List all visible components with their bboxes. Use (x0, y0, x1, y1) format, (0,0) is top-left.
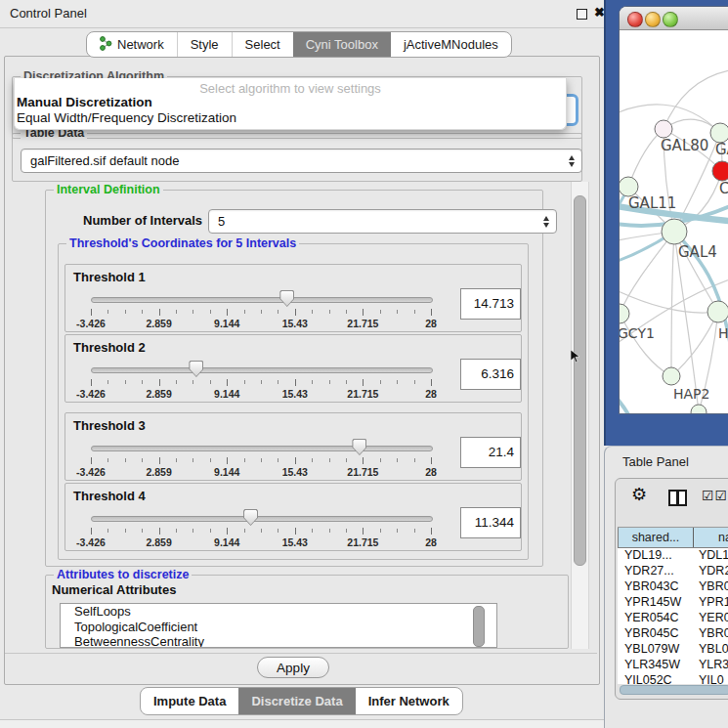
cell-shared-name[interactable]: YLR345W (624, 657, 680, 672)
tab-network[interactable]: Network (87, 32, 177, 57)
network-node[interactable] (620, 304, 629, 323)
table-row[interactable]: YIL052CYIL0 (618, 672, 728, 684)
attributes-list[interactable]: SelfLoops TopologicalCoefficient Between… (60, 603, 497, 648)
cell-shared-name[interactable]: YIL052C (624, 672, 672, 684)
network-node[interactable] (712, 161, 728, 181)
list-item[interactable]: BetweennessCentrality (61, 634, 496, 648)
slider-handle[interactable] (279, 290, 294, 307)
threshold-2-value-field[interactable]: 6.316 (460, 359, 521, 390)
tab-impute-data[interactable]: Impute Data (141, 688, 238, 714)
slider-track[interactable] (91, 297, 433, 303)
table-data-combo[interactable]: galFiltered.sif default node (21, 149, 582, 173)
tab-cyni-toolbox[interactable]: Cyni Toolbox (293, 32, 391, 57)
cell-name[interactable]: YPR1 (699, 594, 728, 610)
slider-handle[interactable] (352, 439, 366, 455)
gear-icon[interactable]: ⚙ (631, 484, 647, 505)
table-row[interactable]: YBR043CYBR0 (618, 578, 728, 594)
table-data-group: Table Data galFiltered.sif default node (12, 133, 582, 182)
table-row[interactable]: YDR27...YDR2 (618, 563, 728, 578)
threshold-3-panel: Threshold 3 -3.4262.8599.14415.4321.7152… (64, 412, 522, 481)
cell-shared-name[interactable]: YDL19... (624, 547, 672, 563)
threshold-coordinates-group: Threshold's Coordinates for 5 Intervals … (58, 243, 529, 560)
group-title: Threshold's Coordinates for 5 Intervals (66, 236, 299, 250)
tab-jactivemnodules[interactable]: jActiveMNodules (391, 32, 511, 57)
tick-mark (363, 528, 364, 535)
column-header-shared-name[interactable]: shared... (618, 528, 694, 547)
panel-scrollbar-thumb[interactable] (574, 195, 586, 566)
cell-shared-name[interactable]: YDR27... (624, 563, 674, 578)
checkbox-icons[interactable]: ☑☑ (702, 488, 728, 503)
panel-scrollbar-track[interactable] (571, 182, 589, 649)
threshold-3-slider[interactable]: -3.4262.8599.14415.4321.71528 (91, 439, 431, 478)
slider-track[interactable] (91, 446, 433, 451)
dropdown-option-equal-width[interactable]: Equal Width/Frequency Discretization (17, 110, 236, 125)
threshold-1-value-field[interactable]: 14.713 (460, 288, 521, 320)
network-window[interactable]: GAL80GACGAL11GAL4GCY1HHAP2 (619, 6, 728, 414)
table-row[interactable]: YBR045CYBR0 (618, 625, 728, 641)
cell-name[interactable]: YIL0 (699, 672, 724, 684)
list-item[interactable]: SelfLoops (61, 604, 496, 620)
cell-name[interactable]: YDL1 (699, 547, 728, 563)
threshold-2-slider[interactable]: -3.4262.8599.14415.4321.71528 (91, 361, 431, 400)
apply-button[interactable]: Apply (257, 657, 329, 678)
tab-discretize-data[interactable]: Discretize Data (238, 688, 355, 714)
table-row[interactable]: YBL079WYBL0 (618, 641, 728, 657)
close-traffic-light-icon[interactable] (627, 12, 643, 27)
cell-name[interactable]: YLR3 (699, 657, 728, 672)
tab-infer-network[interactable]: Infer Network (356, 688, 462, 714)
cell-name[interactable]: YBR0 (699, 578, 728, 594)
minimize-traffic-light-icon[interactable] (645, 12, 661, 27)
threshold-4-slider[interactable]: -3.4262.8599.14415.4321.71528 (91, 509, 431, 548)
slider-track[interactable] (91, 516, 433, 522)
network-node[interactable] (707, 301, 728, 322)
network-node[interactable] (710, 123, 728, 143)
table-row[interactable]: YLR345WYLR3 (618, 657, 728, 672)
network-node[interactable] (620, 177, 638, 196)
network-edge[interactable] (671, 312, 718, 376)
tab-style[interactable]: Style (177, 32, 232, 57)
list-scrollbar[interactable] (473, 606, 485, 647)
table-row[interactable]: YPR145WYPR1 (618, 594, 728, 610)
cell-shared-name[interactable]: YER054C (624, 610, 679, 625)
cell-name[interactable]: YBL0 (699, 641, 728, 657)
tab-select[interactable]: Select (232, 32, 293, 57)
cell-shared-name[interactable]: YBR043C (624, 578, 679, 594)
cell-name[interactable]: YBR0 (699, 625, 728, 641)
network-edge[interactable] (620, 384, 629, 413)
network-svg[interactable]: GAL80GACGAL11GAL4GCY1HHAP2 (620, 29, 728, 413)
num-intervals-combo[interactable]: 5 (208, 209, 557, 234)
network-node[interactable] (663, 367, 680, 385)
threshold-3-value-field[interactable]: 21.4 (460, 437, 521, 468)
list-item[interactable]: TopologicalCoefficient (61, 620, 496, 635)
cell-shared-name[interactable]: YBR045C (624, 625, 679, 641)
zoom-traffic-light-icon[interactable] (663, 12, 678, 27)
tick-mark (244, 458, 245, 462)
network-edge[interactable] (671, 232, 674, 376)
tick-mark (431, 309, 432, 316)
table-horizontal-scrollbar[interactable] (620, 685, 728, 695)
cell-shared-name[interactable]: YBL079W (624, 641, 679, 657)
network-edge[interactable] (620, 232, 674, 314)
threshold-4-value-field[interactable]: 11.344 (460, 507, 521, 538)
table-row[interactable]: YER054CYER0 (618, 610, 728, 625)
threshold-1-slider[interactable]: -3.4262.8599.14415.4321.71528 (91, 290, 431, 329)
table-row[interactable]: YDL19...YDL1 (618, 547, 728, 563)
network-node[interactable] (655, 120, 672, 138)
float-window-icon[interactable] (577, 9, 587, 20)
network-node[interactable] (691, 405, 707, 413)
network-edge[interactable] (620, 284, 718, 313)
node-table[interactable]: shared... na YDL19...YDL1YDR27...YDR2YBR… (618, 527, 728, 684)
interval-definition-group: Interval Definition Number of Intervals … (45, 190, 543, 567)
network-window-titlebar[interactable] (620, 7, 728, 30)
cell-shared-name[interactable]: YPR145W (624, 594, 681, 610)
slider-handle[interactable] (243, 509, 258, 526)
column-layout-icon[interactable] (668, 490, 687, 506)
dropdown-option-manual[interactable]: Manual Discretization (17, 95, 152, 109)
tick-mark (414, 529, 415, 533)
cell-name[interactable]: YER0 (699, 610, 728, 625)
network-node[interactable] (662, 219, 687, 244)
slider-handle[interactable] (189, 361, 203, 377)
slider-track[interactable] (91, 367, 433, 373)
column-header-name[interactable]: na (693, 528, 728, 547)
cell-name[interactable]: YDR2 (699, 563, 728, 578)
